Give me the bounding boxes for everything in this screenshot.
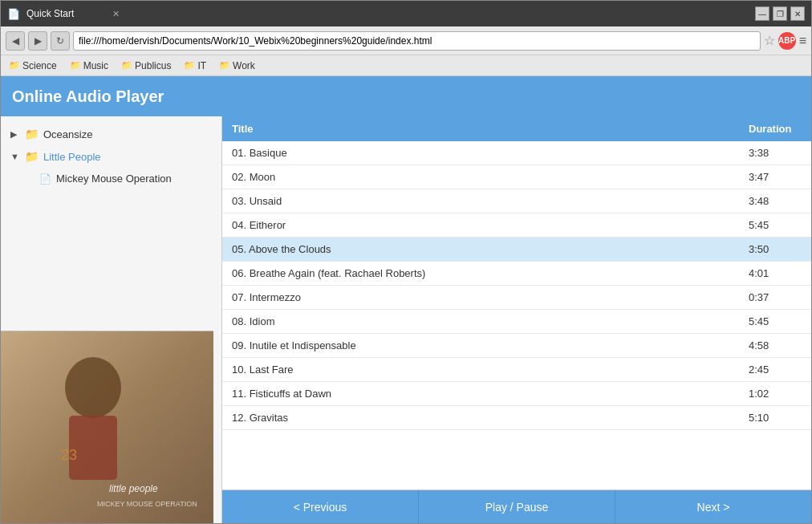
table-row[interactable]: 04. Eitheror 5:45: [222, 213, 811, 238]
table-row[interactable]: 08. Idiom 5:45: [222, 310, 811, 334]
track-title: 07. Intermezzo: [222, 286, 739, 310]
track-title: 04. Eitheror: [222, 213, 739, 238]
track-title: 08. Idiom: [222, 310, 739, 334]
app-body: ▶ 📁 Oceansize ▼ 📁 Little People 📄 Mickey…: [1, 116, 811, 523]
track-title: 06. Breathe Again (feat. Rachael Roberts…: [222, 262, 739, 286]
table-row[interactable]: 05. Above the Clouds 3:50: [222, 238, 811, 262]
table-row[interactable]: 11. Fisticuffs at Dawn 1:02: [222, 382, 811, 406]
track-title: 11. Fisticuffs at Dawn: [222, 382, 739, 406]
track-table-wrapper: Title Duration 01. Basique 3:38 02. Moon…: [222, 116, 811, 489]
svg-point-1: [65, 357, 121, 418]
track-duration: 4:58: [739, 334, 811, 358]
track-table: Title Duration 01. Basique 3:38 02. Moon…: [222, 116, 811, 430]
table-row[interactable]: 03. Unsaid 3:48: [222, 189, 811, 213]
album-artwork: 23 little people MICKEY MOUSE OPERATION: [1, 331, 213, 523]
table-row[interactable]: 02. Moon 3:47: [222, 165, 811, 189]
album-art: 23 little people MICKEY MOUSE OPERATION: [1, 331, 213, 523]
bookmark-folder-icon: 📁: [70, 60, 81, 71]
next-button[interactable]: Next >: [615, 490, 811, 523]
bookmark-music-label: Music: [83, 60, 108, 71]
track-duration: 1:02: [739, 382, 811, 406]
sidebar-item-mickey-mouse[interactable]: 📄 Mickey Mouse Operation: [30, 168, 221, 189]
minimize-button[interactable]: —: [755, 6, 769, 21]
track-duration: 2:45: [739, 358, 811, 382]
bookmark-work[interactable]: 📁 Work: [216, 59, 258, 73]
duration-column-header: Duration: [739, 116, 811, 141]
close-button[interactable]: ✕: [790, 6, 805, 21]
back-button[interactable]: ◀: [6, 31, 25, 51]
track-title: 10. Last Fare: [222, 358, 739, 382]
sidebar-item-little-people[interactable]: ▼ 📁 Little People: [1, 145, 221, 168]
svg-text:23: 23: [61, 447, 77, 463]
page-icon: 📄: [7, 8, 20, 20]
track-title: 01. Basique: [222, 141, 739, 165]
bookmark-publicus[interactable]: 📁 Publicus: [118, 59, 174, 73]
bookmark-star-icon[interactable]: ☆: [764, 33, 775, 48]
track-duration: 5:45: [739, 310, 811, 334]
restore-button[interactable]: ❐: [773, 6, 787, 21]
track-duration: 3:38: [739, 141, 811, 165]
bookmark-folder-icon: 📁: [184, 60, 195, 71]
bookmarks-bar: 📁 Science 📁 Music 📁 Publicus 📁 IT 📁 Work: [1, 55, 811, 76]
controls-bar: < Previous Play / Pause Next >: [222, 489, 811, 523]
play-pause-button[interactable]: Play / Pause: [418, 490, 615, 523]
browser-window: 📄 Quick Start ✕ — ❐ ✕ ◀ ▶ ↻ ☆ ABP ≡ 📁 Sc…: [0, 0, 812, 524]
table-row[interactable]: 07. Intermezzo 0:37: [222, 286, 811, 310]
album-art-svg: 23 little people MICKEY MOUSE OPERATION: [1, 331, 213, 523]
track-title: 02. Moon: [222, 165, 739, 189]
folder-open-icon: 📁: [25, 150, 39, 163]
track-table-header: Title Duration: [222, 116, 811, 141]
table-row[interactable]: 01. Basique 3:38: [222, 141, 811, 165]
folder-icon: 📁: [25, 128, 39, 140]
forward-button[interactable]: ▶: [28, 31, 47, 51]
svg-text:MICKEY MOUSE OPERATION: MICKEY MOUSE OPERATION: [97, 500, 197, 508]
browser-menu-button[interactable]: ≡: [799, 34, 806, 48]
title-column-header: Title: [222, 116, 739, 141]
close-tab-btn[interactable]: ✕: [112, 9, 120, 19]
track-title: 03. Unsaid: [222, 189, 739, 213]
oceansize-label: Oceansize: [43, 128, 92, 140]
bookmark-folder-icon: 📁: [9, 60, 20, 71]
track-duration: 5:45: [739, 213, 811, 238]
track-title: 12. Gravitas: [222, 406, 739, 430]
table-row[interactable]: 10. Last Fare 2:45: [222, 358, 811, 382]
toggle-icon: ▶: [10, 129, 20, 140]
tree-area: ▶ 📁 Oceansize ▼ 📁 Little People 📄 Mickey…: [1, 116, 221, 331]
track-duration: 3:48: [739, 189, 811, 213]
toggle-icon: ▼: [10, 152, 20, 161]
bookmark-science-label: Science: [22, 60, 57, 71]
previous-button[interactable]: < Previous: [222, 490, 418, 523]
bookmark-folder-icon: 📁: [121, 60, 132, 71]
track-title: 09. Inutile et Indispensable: [222, 334, 739, 358]
mickey-mouse-label: Mickey Mouse Operation: [56, 173, 172, 185]
track-duration: 3:50: [739, 238, 811, 262]
refresh-button[interactable]: ↻: [51, 31, 70, 51]
sidebar-item-oceansize[interactable]: ▶ 📁 Oceansize: [1, 123, 221, 145]
track-table-body: 01. Basique 3:38 02. Moon 3:47 03. Unsai…: [222, 141, 811, 430]
track-title: 05. Above the Clouds: [222, 238, 739, 262]
track-duration: 4:01: [739, 262, 811, 286]
tree-children: 📄 Mickey Mouse Operation: [1, 168, 221, 189]
table-row[interactable]: 06. Breathe Again (feat. Rachael Roberts…: [222, 262, 811, 286]
bookmark-folder-icon: 📁: [219, 60, 230, 71]
track-duration: 0:37: [739, 286, 811, 310]
app-title: Online Audio Player: [12, 87, 164, 106]
title-bar: 📄 Quick Start ✕ — ❐ ✕: [1, 1, 811, 26]
bookmark-it-label: IT: [197, 60, 206, 71]
address-bar[interactable]: [73, 31, 761, 51]
bookmark-music[interactable]: 📁 Music: [67, 59, 112, 73]
bookmark-science[interactable]: 📁 Science: [6, 59, 60, 73]
table-row[interactable]: 12. Gravitas 5:10: [222, 406, 811, 430]
track-area: Title Duration 01. Basique 3:38 02. Moon…: [222, 116, 811, 523]
bookmark-it[interactable]: 📁 IT: [181, 59, 209, 73]
adblock-button[interactable]: ABP: [778, 32, 796, 50]
table-row[interactable]: 09. Inutile et Indispensable 4:58: [222, 334, 811, 358]
track-duration: 3:47: [739, 165, 811, 189]
bookmark-publicus-label: Publicus: [135, 60, 171, 71]
window-controls: — ❐ ✕: [755, 6, 805, 21]
sidebar: ▶ 📁 Oceansize ▼ 📁 Little People 📄 Mickey…: [1, 116, 222, 523]
file-icon: 📄: [39, 173, 51, 185]
bookmark-work-label: Work: [233, 60, 255, 71]
app-header: Online Audio Player: [1, 76, 811, 116]
svg-text:little people: little people: [109, 483, 158, 494]
